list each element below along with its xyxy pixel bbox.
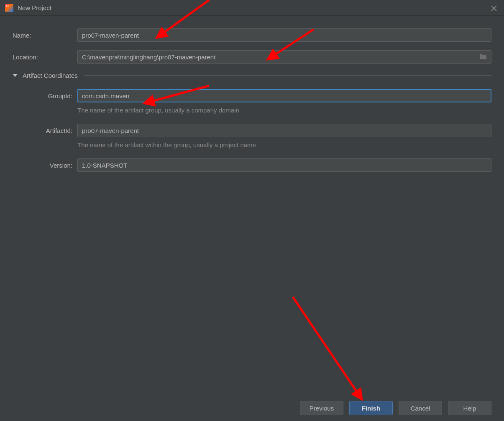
name-label: Name: — [13, 32, 77, 39]
groupid-hint: The name of the artifact group, usually … — [77, 107, 491, 114]
artifactid-hint: The name of the artifact within the grou… — [77, 141, 491, 148]
close-icon[interactable] — [491, 5, 497, 12]
divider — [84, 75, 491, 76]
artifactid-label: ArtifactId: — [13, 127, 77, 134]
previous-button[interactable]: Previous — [300, 401, 343, 415]
artifactid-row: ArtifactId: — [13, 124, 491, 137]
dialog-content: Name: Location: Artifact Coordinates Gro… — [0, 16, 504, 172]
groupid-input[interactable] — [77, 89, 491, 102]
app-icon — [5, 4, 13, 12]
artifact-coordinates-toggle[interactable]: Artifact Coordinates — [13, 72, 491, 79]
cancel-button[interactable]: Cancel — [399, 401, 442, 415]
version-input[interactable] — [77, 158, 491, 172]
location-label: Location: — [13, 54, 77, 61]
finish-button[interactable]: Finish — [349, 401, 393, 415]
annotation-arrow — [284, 293, 376, 410]
titlebar: New Project — [0, 0, 504, 16]
folder-icon[interactable] — [479, 54, 487, 60]
name-row: Name: — [13, 28, 491, 42]
location-input[interactable] — [77, 50, 491, 64]
svg-line-5 — [293, 297, 362, 399]
groupid-row: GroupId: — [13, 89, 491, 102]
name-input[interactable] — [77, 28, 491, 42]
button-bar: Previous Finish Cancel Help — [300, 401, 491, 415]
version-row: Version: — [13, 158, 491, 172]
version-label: Version: — [13, 162, 77, 169]
location-row: Location: — [13, 50, 491, 64]
chevron-down-icon — [13, 74, 18, 77]
groupid-label: GroupId: — [13, 92, 77, 100]
help-button[interactable]: Help — [448, 401, 491, 415]
section-title: Artifact Coordinates — [23, 72, 78, 79]
artifactid-input[interactable] — [77, 124, 491, 137]
window-title: New Project — [18, 4, 51, 11]
